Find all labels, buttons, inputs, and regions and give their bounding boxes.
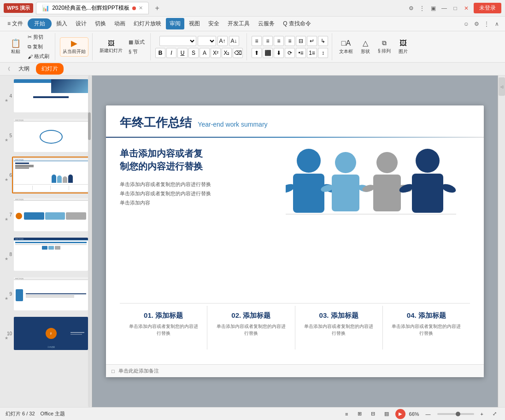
menu-search[interactable]: Q 查找命令 <box>279 18 315 29</box>
indent-btn2[interactable]: ↳ <box>318 36 328 46</box>
clear-format-btn[interactable]: ⌫ <box>233 48 243 58</box>
minimize-button[interactable]: — <box>440 4 449 13</box>
status-reader-btn[interactable]: ▤ <box>382 410 392 418</box>
slide-item-6[interactable]: 6 ★ 年终工作总结 <box>12 157 90 193</box>
italic-button[interactable]: I <box>166 48 176 58</box>
copy-button[interactable]: ⧉ 复制 <box>26 42 51 51</box>
content-area: 年终工作总结 Year-end work summary 单击添加内容或者复 制… <box>92 76 498 407</box>
valign-bot-btn[interactable]: ⬇ <box>274 48 284 58</box>
card-2[interactable]: 02. 添加标题 单击添加内容或者复制您的内容进行替换 <box>207 306 295 350</box>
dots-icon[interactable]: ⋮ <box>482 19 491 29</box>
spacing-btn[interactable]: ↕ <box>318 48 328 58</box>
zoom-in-btn[interactable]: + <box>478 410 486 418</box>
menu-view[interactable]: 视图 <box>185 18 204 29</box>
valign-mid-btn[interactable]: ⬛ <box>263 48 273 58</box>
slide-item-4[interactable]: 4 ★ <box>12 77 90 114</box>
new-slide-button[interactable]: 🖼 新建幻灯片 <box>97 39 125 55</box>
align-justify-btn[interactable]: ≡ <box>285 36 295 46</box>
tab-slides[interactable]: 幻灯片 <box>36 63 64 75</box>
menu-review[interactable]: 审阅 <box>166 18 184 29</box>
slide-main-title: 年终工作总结 <box>120 116 192 129</box>
slide-content: 单击添加内容或者复 制您的内容进行替换 单击添加内容或者复制您的内容进行替换 单… <box>120 142 470 350</box>
zoom-slider[interactable] <box>437 413 474 415</box>
card-1[interactable]: 01. 添加标题 单击添加内容或者复制您的内容进行替换 <box>120 306 207 350</box>
indent-btn[interactable]: ↵ <box>307 36 317 46</box>
image-button[interactable]: 🖼 图片 <box>395 38 411 56</box>
gear-icon2[interactable]: ⚙ <box>472 19 481 29</box>
menu-slideshow[interactable]: 幻灯片放映 <box>130 18 165 29</box>
format-button[interactable]: ▦ 版式 <box>127 38 147 47</box>
text-area-left[interactable]: 单击添加内容或者复 制您的内容进行替换 单击添加内容或者复制您的内容进行替换 单… <box>120 147 272 207</box>
slide-item-8[interactable]: 8 ★ 年终工作总结 <box>12 236 90 273</box>
more-icon[interactable]: ⋮ <box>417 4 427 13</box>
fit-window-btn[interactable]: ⤢ <box>490 410 499 418</box>
menu-security[interactable]: 安全 <box>205 18 223 29</box>
tab-close[interactable]: ✕ <box>139 5 143 11</box>
paste-button[interactable]: 📋 粘贴 <box>7 38 24 56</box>
section-button[interactable]: § 节 <box>127 47 147 56</box>
dual-screen-icon[interactable]: ▣ <box>429 4 438 13</box>
menu-transition[interactable]: 切换 <box>91 18 110 29</box>
menu-animation[interactable]: 动画 <box>111 18 129 29</box>
menu-start[interactable]: 开始 <box>28 18 52 29</box>
menu-design[interactable]: 设计 <box>72 18 90 29</box>
slide-thumbnail: 年终工作总结 <box>14 277 88 310</box>
num-list-btn[interactable]: 1≡ <box>307 48 317 58</box>
menu-file[interactable]: ≡ 文件 <box>4 18 27 29</box>
status-normal-btn[interactable]: ⊞ <box>355 410 364 418</box>
play-status-button[interactable]: ▶ <box>395 409 405 419</box>
textbox-button[interactable]: □A 文本框 <box>337 38 355 56</box>
play-button[interactable]: ▶ 从当前开始 <box>60 37 88 57</box>
play-group: ▶ 从当前开始 <box>56 33 93 60</box>
slide-item-5[interactable]: 5 ★ 年终工作总结 <box>12 117 90 154</box>
tab-outline[interactable]: 大纲 <box>13 63 35 75</box>
subscript-btn[interactable]: X₂ <box>222 48 232 58</box>
underline-button[interactable]: U <box>177 48 188 58</box>
menu-insert[interactable]: 插入 <box>53 18 71 29</box>
card-4[interactable]: 04. 添加标题 单击添加内容或者复制您的内容进行替换 <box>383 306 470 350</box>
document-tab[interactable]: 📊 2020经典蓝色...创辉煌PPT模板 ✕ <box>36 2 149 14</box>
shape-button[interactable]: △ 形状 <box>357 37 374 56</box>
close-button[interactable]: ✕ <box>462 4 471 13</box>
new-slide-icon: 🖼 <box>108 40 114 47</box>
text-dir-btn[interactable]: ⟳ <box>285 48 295 58</box>
align-right-btn[interactable]: ≡ <box>274 36 284 46</box>
format-icon: ▦ <box>129 39 133 45</box>
cut-button[interactable]: ✂ 剪切 <box>26 33 51 41</box>
align-center-btn[interactable]: ≡ <box>263 36 273 46</box>
font-size-select[interactable] <box>198 36 216 46</box>
format-painter-button[interactable]: 🖌 格式刷 <box>26 52 51 61</box>
slide-item-7[interactable]: 7 ★ 年终工作总结 <box>12 196 90 233</box>
status-layout-btn[interactable]: ≡ <box>342 410 351 418</box>
right-panel-handle[interactable]: ◁ <box>499 77 505 96</box>
font-family-select[interactable] <box>159 36 196 46</box>
font-size-decrease[interactable]: A↓ <box>229 36 239 46</box>
status-controls: ≡ ⊞ ⊟ ▤ ▶ 66% — + ⤢ <box>342 409 499 419</box>
columns-btn[interactable]: ⊟ <box>296 36 306 46</box>
superscript-btn[interactable]: X² <box>211 48 221 58</box>
status-grid-btn[interactable]: ⊟ <box>368 410 378 418</box>
bold-button[interactable]: B <box>155 48 165 58</box>
bullet-btn[interactable]: •≡ <box>296 48 306 58</box>
font-size-increase[interactable]: A↑ <box>217 36 228 46</box>
add-tab-button[interactable]: + <box>152 3 163 14</box>
arrange-button[interactable]: ⧉ § 排列 <box>376 38 393 56</box>
card-3[interactable]: 03. 添加标题 单击添加内容或者复制您的内容进行替换 <box>295 306 383 350</box>
menu-cloud[interactable]: 云服务 <box>254 18 278 29</box>
star-icon: ★ <box>5 257 8 261</box>
zoom-out-btn[interactable]: — <box>423 410 434 418</box>
align-left-btn[interactable]: ≡ <box>252 36 262 46</box>
slide-item-9[interactable]: 9 ★ 年终工作总结 <box>12 275 90 312</box>
shadow-button[interactable]: S <box>188 48 199 58</box>
svg-point-12 <box>416 149 440 173</box>
scroll-thumb[interactable] <box>88 112 91 140</box>
login-button[interactable]: 未登录 <box>474 3 501 13</box>
maximize-button[interactable]: □ <box>451 4 460 13</box>
settings-icon[interactable]: ⚙ <box>406 4 416 13</box>
font-color-btn[interactable]: A <box>200 48 210 58</box>
chevron-up-icon[interactable]: ∧ <box>492 19 501 29</box>
menu-developer[interactable]: 开发工具 <box>224 18 253 29</box>
slide-item-10[interactable]: 10 ★ 2 工作进展 <box>12 315 90 352</box>
panel-collapse-arrow[interactable]: 《 <box>4 66 12 72</box>
valign-top-btn[interactable]: ⬆ <box>252 48 262 58</box>
